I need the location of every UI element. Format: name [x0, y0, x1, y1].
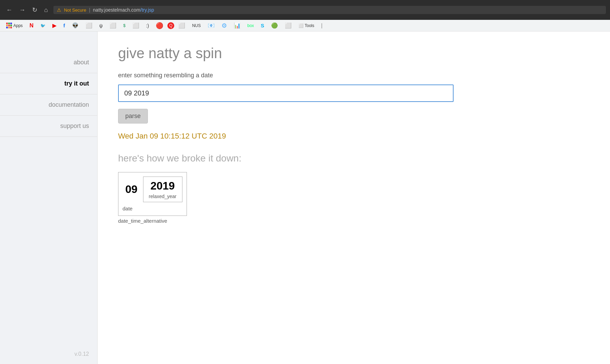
apps-grid-icon	[6, 23, 12, 28]
url-separator: |	[89, 7, 90, 13]
bookmark-apps[interactable]: Apps	[3, 22, 25, 29]
date-type-label: date_time_alternative	[118, 218, 187, 224]
bookmark-bar-sep: |	[318, 22, 325, 29]
bookmark-smiley[interactable]: :)	[143, 22, 152, 29]
sidebar: about try it out documentation support u…	[0, 31, 98, 364]
bookmark-green[interactable]: 🟢	[268, 22, 281, 29]
parse-button[interactable]: parse	[118, 109, 148, 124]
page-title: give natty a spin	[118, 45, 589, 62]
bookmark-nus[interactable]: NUS	[189, 23, 203, 29]
bookmark-5[interactable]: ⬜	[282, 22, 294, 29]
reload-button[interactable]: ↻	[30, 5, 39, 15]
date-label: date	[123, 206, 182, 211]
tokens-row: 09 2019 relaxed_year	[123, 177, 182, 202]
url-base: natty.joestelmach.com	[93, 7, 140, 13]
bookmark-outlook[interactable]: 📧	[205, 22, 217, 29]
url-path: /try.jsp	[140, 7, 154, 13]
bookmark-facebook[interactable]: f	[61, 22, 68, 29]
sidebar-version: v.0.12	[0, 344, 97, 364]
nav-buttons: ← → ↻ ⌂	[4, 5, 50, 15]
main-content: give natty a spin enter something resemb…	[98, 31, 610, 364]
bookmark-box[interactable]: box	[245, 23, 257, 29]
home-button[interactable]: ⌂	[42, 5, 50, 15]
outer-parse-box: 09 2019 relaxed_year date	[118, 172, 187, 216]
sidebar-item-about[interactable]: about	[0, 52, 97, 73]
url-display: natty.joestelmach.com/try.jsp	[93, 7, 154, 13]
bookmarks-bar: Apps N 🐦 ▶ f 👽 ⬜ ψ ⬜ $ ⬜ :) 🔴 Q ⬜ NUS 📧 …	[0, 20, 610, 31]
bookmark-1[interactable]: ⬜	[83, 22, 95, 29]
token-year-box: 2019 relaxed_year	[143, 177, 182, 202]
page-layout: about try it out documentation support u…	[0, 31, 610, 364]
forward-button[interactable]: →	[17, 5, 27, 15]
token-day: 09	[123, 177, 143, 202]
not-secure-label: Not Secure	[64, 8, 86, 13]
browser-chrome: ← → ↻ ⌂ ⚠ Not Secure | natty.joestelmach…	[0, 0, 610, 20]
breakdown-title: here's how we broke it down:	[118, 153, 589, 164]
bookmark-psi[interactable]: ψ	[97, 22, 105, 29]
sidebar-item-support-us[interactable]: support us	[0, 116, 97, 137]
breakdown-container: 09 2019 relaxed_year date date_time_alte…	[118, 172, 187, 224]
security-warning-icon: ⚠	[57, 7, 61, 13]
bookmark-4[interactable]: ⬜	[176, 22, 188, 29]
sidebar-item-documentation[interactable]: documentation	[0, 94, 97, 116]
result-date: Wed Jan 09 10:15:12 UTC 2019	[118, 132, 589, 141]
token-year-value: 2019	[150, 180, 175, 192]
bookmark-chart[interactable]: 📊	[231, 22, 243, 29]
address-bar[interactable]: ⚠ Not Secure | natty.joestelmach.com/try…	[53, 6, 606, 14]
bookmark-apps-label: Apps	[13, 23, 23, 28]
sidebar-item-try-it-out[interactable]: try it out	[0, 73, 97, 94]
bookmark-netflix[interactable]: N	[27, 22, 36, 29]
date-input[interactable]	[118, 84, 454, 102]
token-year-label: relaxed_year	[149, 194, 177, 199]
bookmark-tools[interactable]: ⬜ Tools	[296, 23, 317, 29]
bookmark-q[interactable]: Q	[167, 22, 174, 29]
bookmark-skype[interactable]: S	[258, 22, 267, 29]
bookmark-blue[interactable]: ⚙	[219, 21, 230, 30]
bookmark-red[interactable]: 🔴	[153, 21, 166, 30]
bookmark-3[interactable]: ⬜	[130, 22, 142, 29]
back-button[interactable]: ←	[4, 5, 14, 15]
bookmark-2[interactable]: ⬜	[107, 22, 119, 29]
bookmark-twitter[interactable]: 🐦	[38, 23, 48, 29]
bookmark-dollar[interactable]: $	[120, 23, 128, 29]
input-subtitle: enter something resembling a date	[118, 72, 589, 79]
bookmark-youtube[interactable]: ▶	[50, 22, 59, 29]
bookmark-reddit[interactable]: 👽	[69, 22, 81, 29]
